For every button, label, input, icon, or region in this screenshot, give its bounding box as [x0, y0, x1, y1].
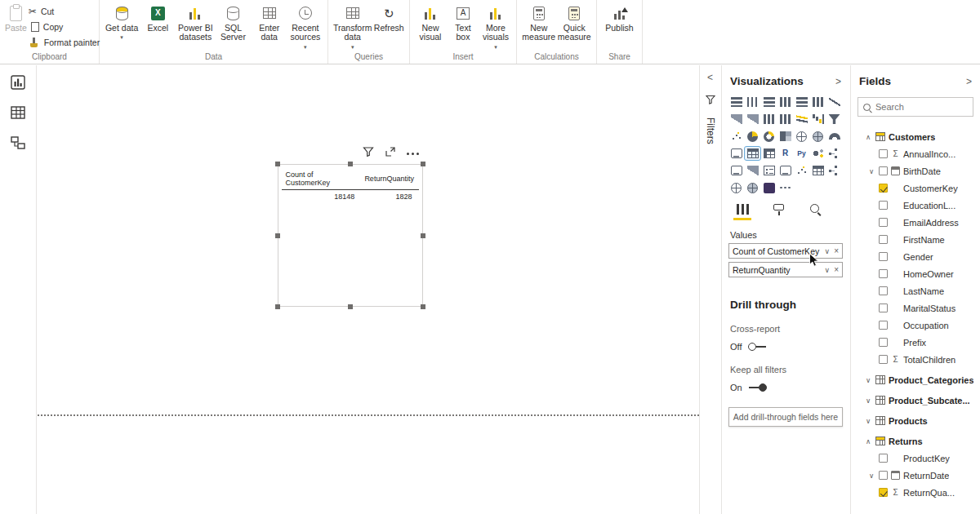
more-visuals-button[interactable]: More visuals ▾: [480, 2, 511, 50]
field-item-returnquantity[interactable]: Σ ReturnQua...: [858, 484, 973, 501]
format-painter-button[interactable]: Format painter: [29, 36, 100, 49]
checkbox[interactable]: [879, 252, 888, 261]
resize-handle-ne[interactable]: [421, 162, 425, 166]
field-item-maritalstatus[interactable]: MaritalStatus: [858, 299, 973, 317]
viz-type-pie-chart[interactable]: [745, 130, 760, 143]
expand-icon[interactable]: ∨: [867, 472, 875, 480]
viz-type-smart-narrative[interactable]: [777, 164, 793, 177]
more-visual-types-ellipsis[interactable]: [777, 181, 793, 194]
viz-type-q-and-a[interactable]: [794, 164, 809, 177]
transform-data-button[interactable]: Transform data ▾: [333, 2, 372, 50]
format-tab[interactable]: [769, 204, 787, 220]
field-item-homeowner[interactable]: HomeOwner: [858, 265, 973, 282]
text-box-button[interactable]: A Text box: [448, 2, 479, 42]
checkbox[interactable]: [879, 338, 888, 347]
viz-type-filled-map[interactable]: [810, 130, 826, 143]
expand-icon[interactable]: ∨: [867, 167, 875, 175]
drill-through-drop-area[interactable]: Add drill-through fields here: [728, 407, 843, 427]
viz-type-kpi[interactable]: [745, 164, 760, 177]
field-item-annualincome[interactable]: Σ AnnualInco...: [858, 145, 973, 162]
paste-button[interactable]: Paste: [5, 2, 27, 33]
viz-type-paginated-report[interactable]: [810, 164, 826, 177]
field-table-customers[interactable]: ∧ Customers: [858, 128, 973, 145]
power-bi-datasets-button[interactable]: Power BI datasets: [176, 2, 214, 42]
field-item-totalchildren[interactable]: Σ TotalChildren: [858, 351, 973, 368]
field-item-productkey[interactable]: ProductKey: [858, 450, 973, 467]
checkbox[interactable]: [879, 454, 888, 463]
viz-type-map[interactable]: [794, 130, 809, 143]
new-visual-button[interactable]: New visual: [415, 2, 446, 42]
field-table-returns[interactable]: ∧ Returns: [858, 432, 973, 450]
field-item-returndate[interactable]: ∨ ReturnDate: [858, 467, 973, 484]
viz-type-scatter-chart[interactable]: [728, 130, 744, 143]
report-canvas[interactable]: Count of CustomerKey ReturnQuantity 1814…: [38, 65, 699, 514]
field-item-firstname[interactable]: FirstName: [858, 231, 973, 248]
report-view-button[interactable]: [9, 73, 27, 91]
viz-type-table-selected[interactable]: [745, 147, 760, 160]
refresh-button[interactable]: ↻ Refresh: [373, 2, 404, 33]
focus-mode-icon[interactable]: [385, 146, 396, 161]
resize-handle-e[interactable]: [421, 233, 425, 238]
viz-type-gauge[interactable]: [826, 130, 842, 143]
checkbox[interactable]: [879, 166, 888, 175]
field-well-count-of-customerkey[interactable]: Count of CustomerKey ∨ ×: [728, 243, 843, 259]
model-view-button[interactable]: [9, 134, 27, 152]
viz-type-line-and-clustered-column-chart[interactable]: [777, 113, 793, 126]
viz-type-card[interactable]: [728, 147, 744, 160]
viz-type-power-apps[interactable]: [745, 181, 760, 194]
viz-type-clustered-column-chart[interactable]: [777, 95, 793, 109]
expand-icon[interactable]: ∨: [864, 397, 872, 405]
viz-type-clustered-bar-chart[interactable]: [761, 95, 777, 109]
field-item-birthdate[interactable]: ∨ BirthDate: [858, 162, 973, 179]
checkbox[interactable]: [879, 471, 888, 480]
viz-type-100-stacked-bar-chart[interactable]: [794, 95, 809, 109]
collapse-icon[interactable]: ∧: [864, 133, 872, 141]
field-table-product-categories[interactable]: ∨ Product_Categories: [858, 371, 973, 388]
checkbox[interactable]: [879, 355, 888, 364]
viz-type-area-chart[interactable]: [728, 113, 744, 126]
checkbox[interactable]: [879, 149, 888, 158]
checkbox-checked[interactable]: [879, 184, 888, 193]
toggle-off-switch[interactable]: [748, 343, 766, 351]
expand-icon[interactable]: ∨: [864, 417, 872, 425]
collapse-pane-chevron-icon[interactable]: >: [835, 76, 841, 87]
checkbox-checked[interactable]: [879, 488, 888, 497]
field-item-lastname[interactable]: LastName: [858, 282, 973, 299]
excel-button[interactable]: X Excel: [140, 2, 175, 33]
resize-handle-w[interactable]: [275, 233, 280, 238]
viz-type-multi-row-card[interactable]: [728, 164, 744, 177]
viz-type-line-chart[interactable]: [826, 95, 842, 109]
cross-report-toggle[interactable]: Off: [728, 334, 843, 352]
recent-sources-button[interactable]: Recent sources ▾: [288, 2, 323, 50]
field-item-occupation[interactable]: Occupation: [858, 317, 973, 334]
viz-type-funnel-chart[interactable]: [826, 113, 842, 126]
viz-type-matrix[interactable]: [761, 147, 777, 160]
field-item-gender[interactable]: Gender: [858, 248, 973, 265]
resize-handle-s[interactable]: [348, 304, 353, 309]
viz-type-arcgis-map[interactable]: [728, 181, 744, 194]
checkbox[interactable]: [879, 235, 888, 244]
viz-type-decomposition-tree[interactable]: [826, 147, 842, 160]
viz-type-line-and-stacked-column-chart[interactable]: [761, 113, 777, 126]
field-item-educationlevel[interactable]: EducationL...: [858, 197, 973, 214]
chevron-down-icon[interactable]: ∨: [822, 247, 833, 255]
checkbox[interactable]: [879, 218, 888, 227]
chevron-down-icon[interactable]: ∨: [822, 266, 833, 274]
field-well-returnquantity[interactable]: ReturnQuantity ∨ ×: [728, 262, 843, 277]
viz-type-100-stacked-column-chart[interactable]: [810, 95, 826, 109]
visual-filters-icon[interactable]: [363, 146, 374, 161]
collapse-pane-chevron-icon[interactable]: >: [966, 76, 972, 87]
viz-type-stacked-area-chart[interactable]: [745, 113, 760, 126]
viz-type-ribbon-chart[interactable]: [794, 113, 809, 126]
field-table-products[interactable]: ∨ Products: [858, 412, 973, 429]
resize-handle-n[interactable]: [348, 162, 353, 166]
data-view-button[interactable]: [9, 104, 27, 122]
fields-tab[interactable]: [733, 204, 751, 220]
field-item-emailaddress[interactable]: EmailAddress: [858, 214, 973, 231]
resize-handle-se[interactable]: [421, 304, 425, 309]
viz-type-power-automate[interactable]: [826, 164, 842, 177]
sql-server-button[interactable]: SQL Server: [216, 2, 250, 42]
table-visual[interactable]: Count of CustomerKey ReturnQuantity 1814…: [278, 164, 423, 307]
new-measure-button[interactable]: New measure: [522, 2, 556, 42]
checkbox[interactable]: [879, 286, 888, 295]
